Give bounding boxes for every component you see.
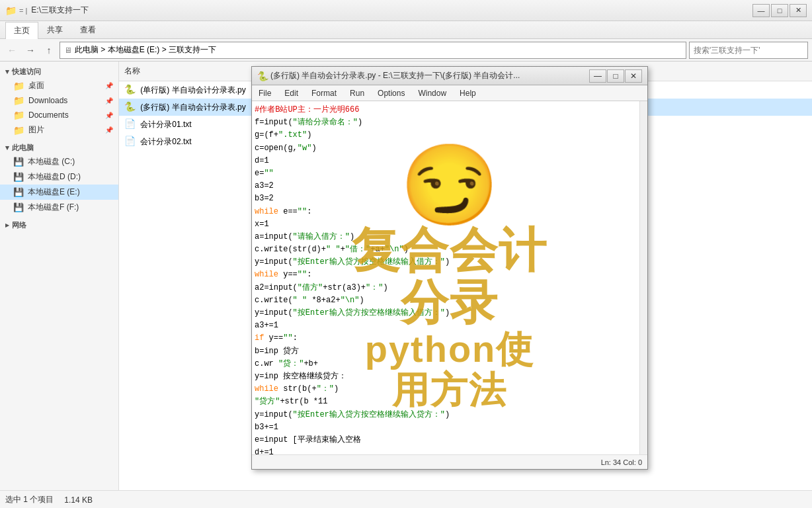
code-line: b=inp 贷方 [255,345,637,358]
sidebar-item-label: 本地磁盘F (F:) [28,202,79,213]
this-pc-label: 此电脑 [12,143,34,153]
code-line: b3+=1 [255,421,637,434]
code-line: a2=input("借方"+str(a3)+"：") [255,282,637,294]
code-line: y=input("按Enter输入贷方按空格继续输入借方：") [255,256,637,269]
quick-access-label: 快速访问 [12,67,41,77]
pin-icon: 📌 [105,97,113,105]
idle-title-text: (多行版) 半自动会计分录表.py - E:\三联支持一下\(多行版) 半自动会… [270,70,589,81]
menu-file[interactable]: File [252,87,278,99]
menu-options[interactable]: Options [371,87,411,99]
network-label: 网络 [12,220,26,230]
menu-window[interactable]: Window [411,87,453,99]
code-line: a=input("请输入借方：") [255,231,637,243]
txt-file-icon: 📄 [124,118,136,129]
idle-minimize-button[interactable]: — [589,69,606,83]
code-line: y=input("按Enter输入贷方按空格继续输入借方：") [255,307,637,319]
code-line: g=(f+".txt") [255,129,637,142]
sidebar-item-label: Documents [28,110,69,120]
forward-button[interactable]: → [22,42,38,58]
code-line: x=1 [255,218,637,231]
txt-file-icon: 📄 [124,136,136,146]
sidebar-item-label: 本地磁盘D (D:) [28,171,81,183]
folder-icon: 📁 [13,95,24,106]
menu-edit[interactable]: Edit [278,87,305,99]
close-button[interactable]: ✕ [790,4,807,17]
address-path: 此电脑 > 本地磁盘E (E:) > 三联支持一下 [75,44,216,56]
title-bar-icon: 📁 [5,5,17,16]
drive-icon: 💾 [13,157,24,167]
title-bar-prefix: = | [19,7,27,15]
maximize-button[interactable]: □ [771,4,788,17]
idle-maximize-button[interactable]: □ [607,69,624,83]
code-line: while e=="": [255,206,637,218]
idle-title-icon: 🐍 [257,71,268,81]
sidebar-item-documents[interactable]: 📁 Documents 📌 [0,108,118,122]
minimize-button[interactable]: — [752,4,770,17]
tab-share[interactable]: 共享 [38,21,71,38]
drive-icon: 💾 [13,202,24,212]
py-file-icon: 🐍 [124,84,136,95]
idle-close-button[interactable]: ✕ [625,69,642,83]
status-bar: 选中 1 个项目 1.14 KB [0,490,812,508]
pin-icon: 📌 [105,82,113,89]
pin-icon: 📌 [105,126,113,134]
code-line: e=input [平录结束输入空格 [255,434,637,446]
code-line: f=input("请给分录命名：") [255,116,637,129]
code-line: d=1 [255,155,637,167]
drive-icon: 💾 [13,172,24,182]
status-size: 1.14 KB [64,495,93,505]
scrollbar[interactable] [639,101,647,454]
sidebar-item-e[interactable]: 💾 本地磁盘E (E:) [0,185,118,200]
folder-icon: 📁 [13,81,24,91]
code-line: "贷方"+str(b *11 [255,396,637,408]
sidebar-item-desktop[interactable]: 📁 桌面 📌 [0,78,118,93]
address-input[interactable]: 🖥 此电脑 > 本地磁盘E (E:) > 三联支持一下 [60,42,686,59]
menu-run[interactable]: Run [343,87,371,99]
address-bar: ← → ↑ 🖥 此电脑 > 本地磁盘E (E:) > 三联支持一下 [0,39,812,62]
this-pc-header[interactable]: ▾ 此电脑 [0,140,118,154]
quick-access-section: ▾ 快速访问 📁 桌面 📌 📁 Downloads 📌 📁 Documents … [0,64,118,138]
ribbon: 主页 共享 查看 [0,21,812,39]
sidebar-item-c[interactable]: 💾 本地磁盘 (C:) [0,154,118,169]
py-file-icon: 🐍 [124,101,136,112]
quick-access-header[interactable]: ▾ 快速访问 [0,64,118,78]
idle-title-controls: — □ ✕ [589,69,642,83]
code-line: c.write(" " *8+a2+"\n") [255,294,637,307]
sidebar-item-f[interactable]: 💾 本地磁盘F (F:) [0,200,118,215]
chevron-icon: ▾ [5,67,9,76]
sidebar-item-d[interactable]: 💾 本地磁盘D (D:) [0,169,118,185]
code-line: c.wr "贷："+b+ [255,358,637,370]
title-bar-text: E:\三联支持一下 [31,5,752,16]
tab-home[interactable]: 主页 [5,22,38,39]
tab-view[interactable]: 查看 [71,21,104,38]
chevron-icon: ▾ [5,144,9,152]
code-line: a3+=1 [255,319,637,332]
code-line: b3=2 [255,192,637,205]
pin-icon: 📌 [105,112,113,119]
sidebar-item-downloads[interactable]: 📁 Downloads 📌 [0,93,118,108]
sidebar: ▾ 快速访问 📁 桌面 📌 📁 Downloads 📌 📁 Documents … [0,62,119,490]
code-line: a3=2 [255,180,637,192]
title-bar: 📁 = | E:\三联支持一下 — □ ✕ [0,0,812,21]
code-line: y=input("按Enter输入贷方按空格继续输入贷方：") [255,409,637,421]
up-button[interactable]: ↑ [41,42,57,58]
menu-help[interactable]: Help [453,87,483,99]
idle-status-text: Ln: 34 Col: 0 [601,458,642,466]
sidebar-item-label: 本地磁盘E (E:) [28,187,80,198]
status-item-count: 选中 1 个项目 [5,494,54,505]
back-button[interactable]: ← [4,42,20,58]
code-line: c=open(g,"w") [255,142,637,155]
idle-menu: File Edit Format Run Options Window Help [252,85,647,101]
network-header[interactable]: ▸ 网络 [0,218,118,232]
folder-icon: 📁 [13,125,24,136]
menu-format[interactable]: Format [305,87,343,99]
folder-icon: 📁 [13,110,24,120]
chevron-icon: ▸ [5,221,9,230]
code-line: #作者B站UP主：一片光明666 [255,104,637,116]
code-area[interactable]: #作者B站UP主：一片光明666 f=input("请给分录命名：") g=(f… [252,101,639,454]
drive-icon: 💾 [13,187,24,197]
idle-title-bar: 🐍 (多行版) 半自动会计分录表.py - E:\三联支持一下\(多行版) 半自… [252,67,647,85]
sidebar-item-pictures[interactable]: 📁 图片 📌 [0,122,118,138]
search-input[interactable] [689,42,808,59]
sidebar-item-label: Downloads [28,96,67,105]
